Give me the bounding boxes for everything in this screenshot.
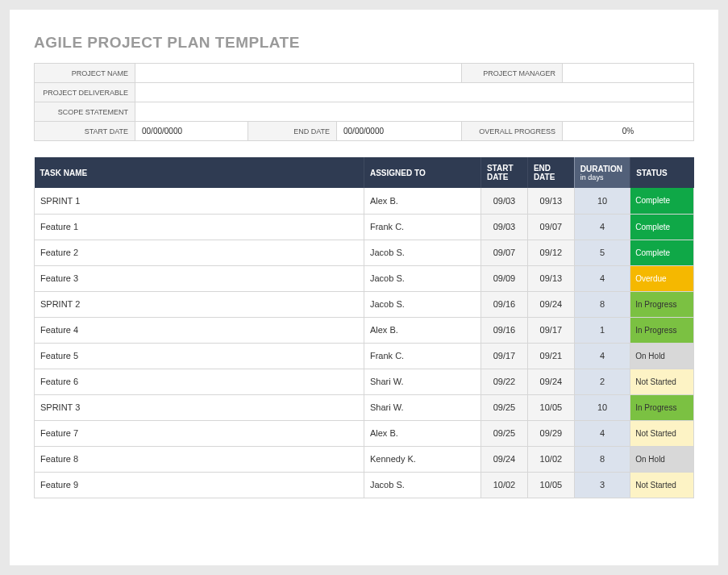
start-date-cell[interactable]: 09/24	[480, 446, 527, 472]
start-date-label: START DATE	[35, 122, 135, 141]
end-date-value[interactable]: 00/00/0000	[337, 122, 462, 141]
status-cell[interactable]: In Progress	[630, 291, 694, 317]
status-cell[interactable]: On Hold	[630, 343, 694, 369]
end-date-cell[interactable]: 09/12	[527, 240, 574, 265]
duration-cell: 8	[574, 446, 630, 472]
project-manager-value[interactable]	[563, 64, 694, 83]
duration-cell: 3	[574, 472, 630, 498]
start-date-cell[interactable]: 10/02	[480, 472, 527, 498]
duration-cell: 5	[574, 240, 630, 265]
status-cell[interactable]: Overdue	[630, 265, 694, 291]
duration-cell: 8	[574, 291, 630, 317]
task-name-cell[interactable]: SPRINT 2	[35, 291, 364, 317]
duration-cell: 4	[574, 265, 630, 291]
status-cell[interactable]: Not Started	[630, 420, 694, 446]
table-row: Feature 6Shari W.09/2209/242Not Started	[35, 369, 694, 394]
table-row: Feature 2Jacob S.09/0709/125Complete	[35, 240, 694, 265]
status-cell[interactable]: Complete	[630, 188, 694, 214]
project-name-label: PROJECT NAME	[35, 64, 135, 83]
progress-value: 0%	[563, 122, 694, 141]
status-cell[interactable]: Not Started	[630, 369, 694, 394]
assigned-cell[interactable]: Jacob S.	[364, 240, 480, 265]
start-date-cell[interactable]: 09/03	[480, 188, 527, 214]
duration-cell: 10	[574, 188, 630, 214]
duration-cell: 1	[574, 317, 630, 343]
task-name-cell[interactable]: Feature 4	[35, 317, 364, 343]
status-cell[interactable]: Complete	[630, 240, 694, 265]
start-date-cell[interactable]: 09/22	[480, 369, 527, 394]
status-cell[interactable]: Not Started	[630, 472, 694, 498]
end-date-cell[interactable]: 09/24	[527, 291, 574, 317]
end-date-cell[interactable]: 09/07	[527, 214, 574, 240]
start-date-value[interactable]: 00/00/0000	[135, 122, 248, 141]
assigned-cell[interactable]: Jacob S.	[364, 291, 480, 317]
table-row: Feature 1Frank C.09/0309/074Complete	[35, 214, 694, 240]
assigned-cell[interactable]: Kennedy K.	[364, 446, 480, 472]
start-date-cell[interactable]: 09/25	[480, 420, 527, 446]
task-name-cell[interactable]: Feature 1	[35, 214, 364, 240]
start-date-cell[interactable]: 09/03	[480, 214, 527, 240]
end-date-cell[interactable]: 09/24	[527, 369, 574, 394]
assigned-cell[interactable]: Frank C.	[364, 214, 480, 240]
col-end: END DATE	[527, 157, 574, 188]
project-name-value[interactable]	[135, 64, 462, 83]
table-row: SPRINT 2Jacob S.09/1609/248In Progress	[35, 291, 694, 317]
task-name-cell[interactable]: Feature 8	[35, 446, 364, 472]
col-duration: DURATIONin days	[574, 157, 630, 188]
progress-label: OVERALL PROGRESS	[462, 122, 563, 141]
status-cell[interactable]: In Progress	[630, 317, 694, 343]
end-date-cell[interactable]: 09/13	[527, 265, 574, 291]
status-cell[interactable]: On Hold	[630, 446, 694, 472]
assigned-cell[interactable]: Frank C.	[364, 343, 480, 369]
table-row: Feature 3Jacob S.09/0909/134Overdue	[35, 265, 694, 291]
task-name-cell[interactable]: Feature 3	[35, 265, 364, 291]
end-date-cell[interactable]: 09/21	[527, 343, 574, 369]
end-date-cell[interactable]: 10/05	[527, 394, 574, 420]
table-row: Feature 8Kennedy K.09/2410/028On Hold	[35, 446, 694, 472]
col-assigned: ASSIGNED TO	[364, 157, 480, 188]
task-name-cell[interactable]: Feature 6	[35, 369, 364, 394]
start-date-cell[interactable]: 09/17	[480, 343, 527, 369]
task-name-cell[interactable]: Feature 9	[35, 472, 364, 498]
task-name-cell[interactable]: Feature 2	[35, 240, 364, 265]
col-task: TASK NAME	[35, 157, 364, 188]
assigned-cell[interactable]: Alex B.	[364, 317, 480, 343]
table-row: SPRINT 1Alex B.09/0309/1310Complete	[35, 188, 694, 214]
end-date-cell[interactable]: 09/17	[527, 317, 574, 343]
assigned-cell[interactable]: Jacob S.	[364, 265, 480, 291]
scope-value[interactable]	[135, 102, 694, 122]
end-date-cell[interactable]: 10/02	[527, 446, 574, 472]
table-row: Feature 9Jacob S.10/0210/053Not Started	[35, 472, 694, 498]
assigned-cell[interactable]: Alex B.	[364, 420, 480, 446]
start-date-cell[interactable]: 09/09	[480, 265, 527, 291]
assigned-cell[interactable]: Shari W.	[364, 394, 480, 420]
assigned-cell[interactable]: Alex B.	[364, 188, 480, 214]
task-name-cell[interactable]: Feature 5	[35, 343, 364, 369]
end-date-cell[interactable]: 09/29	[527, 420, 574, 446]
duration-cell: 4	[574, 343, 630, 369]
meta-table: PROJECT NAME PROJECT MANAGER PROJECT DEL…	[34, 63, 694, 141]
table-row: Feature 5Frank C.09/1709/214On Hold	[35, 343, 694, 369]
task-name-cell[interactable]: Feature 7	[35, 420, 364, 446]
start-date-cell[interactable]: 09/25	[480, 394, 527, 420]
page: AGILE PROJECT PLAN TEMPLATE PROJECT NAME…	[10, 10, 718, 565]
start-date-cell[interactable]: 09/16	[480, 317, 527, 343]
end-date-cell[interactable]: 09/13	[527, 188, 574, 214]
task-name-cell[interactable]: SPRINT 3	[35, 394, 364, 420]
task-table: TASK NAME ASSIGNED TO START DATE END DAT…	[34, 157, 694, 498]
col-start: START DATE	[480, 157, 527, 188]
status-cell[interactable]: In Progress	[630, 394, 694, 420]
assigned-cell[interactable]: Jacob S.	[364, 472, 480, 498]
status-cell[interactable]: Complete	[630, 214, 694, 240]
start-date-cell[interactable]: 09/16	[480, 291, 527, 317]
start-date-cell[interactable]: 09/07	[480, 240, 527, 265]
end-date-label: END DATE	[248, 122, 337, 141]
deliverable-label: PROJECT DELIVERABLE	[35, 83, 135, 102]
task-name-cell[interactable]: SPRINT 1	[35, 188, 364, 214]
col-status: STATUS	[630, 157, 694, 188]
deliverable-value[interactable]	[135, 83, 694, 102]
end-date-cell[interactable]: 10/05	[527, 472, 574, 498]
task-header-row: TASK NAME ASSIGNED TO START DATE END DAT…	[35, 157, 694, 188]
assigned-cell[interactable]: Shari W.	[364, 369, 480, 394]
duration-cell: 4	[574, 214, 630, 240]
